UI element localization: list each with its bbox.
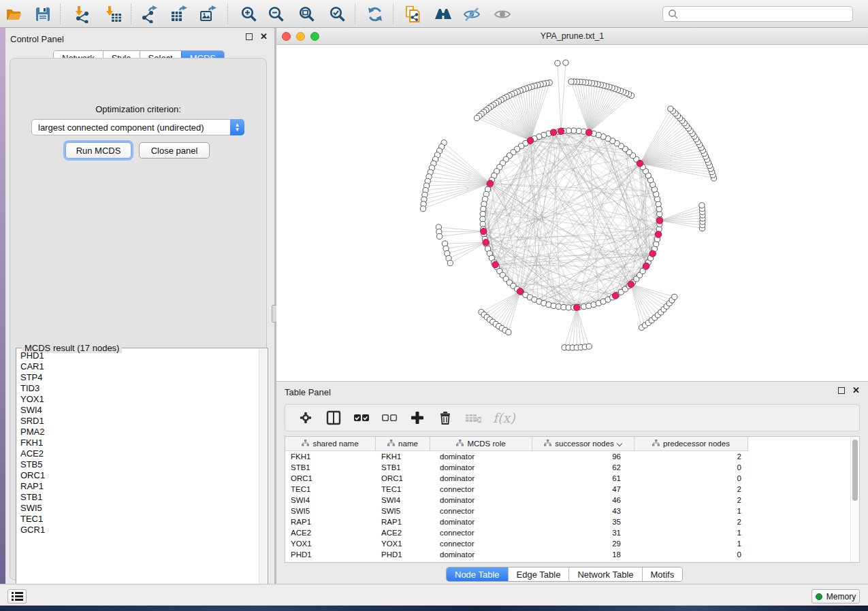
table-cell[interactable]: PHD1 — [285, 549, 376, 560]
leaf-node[interactable] — [563, 60, 568, 65]
new-column-icon[interactable] — [409, 410, 425, 426]
mcds-node[interactable] — [649, 250, 656, 257]
table-cell[interactable]: 2 — [634, 451, 748, 462]
network-canvas[interactable] — [276, 45, 868, 381]
mcds-node[interactable] — [517, 288, 523, 295]
table-cell[interactable]: connector — [430, 506, 532, 516]
table-row[interactable]: TEC1TEC1connector472 — [285, 484, 748, 495]
zoom-selected-icon[interactable] — [328, 5, 347, 23]
import-table-icon[interactable] — [103, 5, 122, 23]
float-table-panel-icon[interactable] — [838, 387, 845, 394]
mcds-result-list[interactable]: PHD1CAR1STP4TID3YOX1SWI4SRD1PMA2FKH1ACE2… — [17, 350, 259, 598]
mcds-result-item[interactable]: PHD1 — [20, 350, 259, 361]
table-cell[interactable]: YOX1 — [376, 538, 430, 549]
memory-button[interactable]: Memory — [811, 589, 860, 604]
table-cell[interactable]: 1 — [634, 538, 748, 549]
search-field[interactable] — [662, 6, 853, 22]
table-cell[interactable]: ORC1 — [285, 473, 376, 484]
mcds-result-item[interactable]: GCR1 — [20, 525, 259, 535]
table-row[interactable]: ORC1ORC1dominator610 — [285, 473, 748, 484]
table-cell[interactable]: dominator — [430, 549, 532, 560]
hide-selected-icon[interactable] — [462, 5, 481, 23]
table-cell[interactable]: ORC1 — [376, 473, 430, 484]
table-cell[interactable]: 2 — [634, 495, 748, 506]
table-row[interactable]: RAP1RAP1dominator352 — [285, 516, 748, 527]
table-row[interactable]: STB1STB1dominator620 — [285, 462, 748, 473]
mcds-result-item[interactable]: PMA2 — [20, 427, 259, 437]
table-cell[interactable]: PHD1 — [376, 549, 430, 560]
leaf-node[interactable] — [555, 61, 560, 66]
leaf-node[interactable] — [672, 294, 677, 299]
leaf-node[interactable] — [699, 203, 705, 208]
ring-node[interactable] — [551, 303, 556, 308]
mcds-result-item[interactable]: STB5 — [20, 459, 259, 470]
table-cell[interactable]: 0 — [634, 473, 748, 484]
mcds-node[interactable] — [643, 263, 649, 269]
table-row[interactable]: FKH1FKH1dominator962 — [285, 451, 748, 462]
table-cell[interactable]: connector — [430, 527, 532, 538]
table-cell[interactable]: SWI4 — [285, 495, 376, 506]
table-cell[interactable]: dominator — [430, 462, 532, 473]
mcds-result-item[interactable]: YOX1 — [20, 394, 259, 405]
column-header-successor-nodes[interactable]: successor nodes — [532, 437, 634, 450]
mcds-node[interactable] — [550, 129, 556, 135]
close-table-panel-icon[interactable]: ✕ — [852, 387, 860, 394]
mcds-node[interactable] — [655, 231, 661, 237]
mcds-result-item[interactable]: STP4 — [20, 372, 259, 383]
ring-node[interactable] — [482, 196, 487, 201]
mcds-result-item[interactable]: RAP1 — [20, 481, 259, 492]
mcds-result-item[interactable]: ACE2 — [20, 448, 259, 459]
table-row[interactable]: ACE2ACE2connector311 — [285, 527, 748, 538]
ring-node[interactable] — [656, 206, 662, 212]
table-cell[interactable]: TEC1 — [285, 484, 376, 495]
table-cell[interactable]: STB1 — [285, 462, 376, 473]
leaf-node[interactable] — [568, 79, 574, 84]
tab-edge-table[interactable]: Edge Table — [508, 567, 569, 581]
mcds-result-item[interactable]: CAR1 — [20, 361, 259, 372]
table-cell[interactable]: dominator — [430, 451, 532, 462]
network-window-titlebar[interactable]: YPA_prune.txt_1 — [276, 28, 868, 45]
export-image-icon[interactable] — [199, 5, 217, 23]
leaf-node[interactable] — [668, 106, 673, 112]
table-cell[interactable]: 2 — [634, 484, 748, 495]
table-cell[interactable]: RAP1 — [376, 516, 430, 527]
leaf-node[interactable] — [506, 329, 511, 335]
table-cell[interactable]: RAP1 — [285, 516, 376, 527]
tab-motifs[interactable]: Motifs — [642, 567, 683, 581]
tab-network-table[interactable]: Network Table — [568, 567, 641, 581]
table-cell[interactable]: 62 — [532, 462, 634, 473]
table-cell[interactable]: SWI4 — [376, 495, 430, 506]
criterion-dropdown[interactable]: largest connected component (undirected)… — [31, 119, 244, 135]
table-cell[interactable]: TEC1 — [376, 484, 430, 495]
table-row[interactable]: YOX1YOX1connector291 — [285, 538, 748, 549]
mcds-node[interactable] — [483, 240, 489, 246]
table-cell[interactable]: 1 — [634, 506, 748, 516]
refresh-view-icon[interactable] — [366, 5, 384, 23]
table-cell[interactable]: 0 — [634, 462, 748, 473]
column-header-MCDS-role[interactable]: MCDS role — [430, 437, 532, 450]
table-cell[interactable]: ACE2 — [376, 527, 430, 538]
leaf-node[interactable] — [437, 233, 443, 239]
import-network-icon[interactable] — [73, 5, 91, 23]
table-cell[interactable]: dominator — [430, 516, 532, 527]
table-cell[interactable]: FKH1 — [285, 451, 376, 462]
table-row[interactable]: SWI4SWI4dominator462 — [285, 495, 748, 506]
leaf-node[interactable] — [420, 206, 425, 212]
mcds-node[interactable] — [573, 304, 579, 310]
close-panel-icon[interactable]: ✕ — [260, 33, 268, 40]
mcds-node[interactable] — [487, 180, 493, 186]
column-header-predecessor-nodes[interactable]: predecessor nodes — [634, 437, 748, 450]
float-panel-icon[interactable] — [246, 33, 253, 40]
ring-node[interactable] — [581, 304, 586, 310]
table-row[interactable]: SWI5SWI5connector431 — [285, 506, 748, 516]
mcds-node[interactable] — [656, 218, 662, 224]
column-header-shared-name[interactable]: shared name — [285, 437, 376, 450]
zoom-in-icon[interactable] — [240, 5, 258, 23]
close-panel-button[interactable]: Close panel — [139, 142, 210, 159]
mcds-node[interactable] — [612, 293, 618, 299]
task-history-button[interactable] — [7, 589, 27, 604]
export-network-icon[interactable] — [140, 5, 158, 23]
table-cell[interactable]: 0 — [634, 549, 748, 560]
open-file-icon[interactable] — [5, 5, 23, 23]
network-graph[interactable] — [276, 45, 868, 381]
